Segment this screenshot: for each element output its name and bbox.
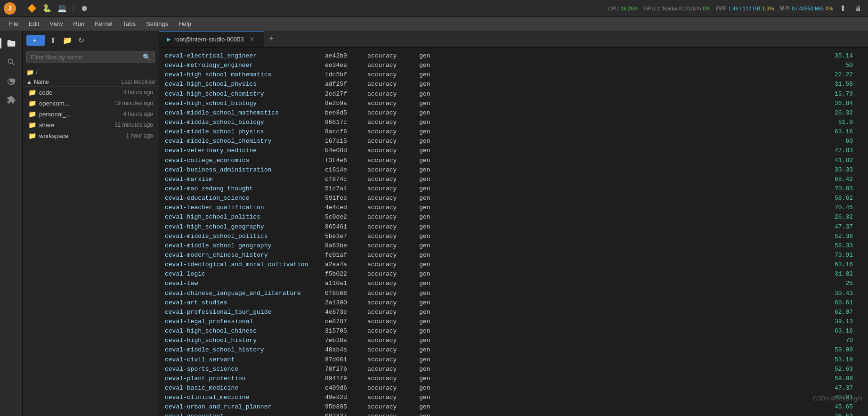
menu-edit[interactable]: Edit [24, 18, 44, 29]
table-row: ceval-middle_school_history48ab4aaccurac… [165, 345, 862, 355]
term-col5: 70 [457, 336, 862, 345]
term-col2: 002837 [325, 412, 367, 416]
separator-1 [21, 4, 21, 13]
term-col4: gen [419, 99, 457, 108]
list-item[interactable]: 📁 code 4 hours ago [24, 87, 157, 98]
term-col2: ae42b9 [325, 51, 367, 61]
file-list: 📁 code 4 hours ago 📁 opencom... 19 minut… [23, 87, 159, 141]
term-col4: gen [419, 374, 457, 383]
list-item[interactable]: 📁 opencom... 19 minutes ago [24, 98, 157, 108]
term-col4: gen [419, 184, 457, 194]
file-list-header: ▲ Name Last Modified [23, 78, 159, 87]
refresh-button[interactable]: ↻ [75, 34, 88, 46]
mem-label: 内存 [716, 5, 726, 12]
new-button[interactable]: + [26, 35, 45, 46]
content-area: ▶ root@intern-studio-00053 ✕ + ceval-ele… [159, 31, 868, 416]
term-col3: accuracy [367, 326, 419, 336]
table-row: ceval-marxismcf874caccuracygen68.42 [165, 175, 862, 184]
term-col3: accuracy [367, 308, 419, 317]
menu-file[interactable]: File [4, 18, 23, 29]
table-row: ceval-high_school_physicsadf25faccuracyg… [165, 80, 862, 89]
term-col2: bee8d5 [325, 108, 367, 118]
term-col1: ceval-teacher_qualification [165, 203, 325, 212]
table-row: ceval-basic_medicinec409d6accuracygen47.… [165, 383, 862, 393]
activity-git[interactable] [3, 73, 20, 90]
sort-arrow: ▲ [26, 79, 32, 85]
root-path: / [36, 69, 38, 76]
python-icon[interactable]: 🐍 [41, 2, 53, 15]
term-col2: fc01af [325, 251, 367, 260]
term-col3: accuracy [367, 137, 419, 146]
table-row: ceval-middle_school_geography8a63beaccur… [165, 241, 862, 251]
menu-kernel[interactable]: Kernel [90, 18, 117, 29]
term-col2: cf874c [325, 175, 367, 184]
term-col5: 63.16 [457, 260, 862, 269]
term-col3: accuracy [367, 118, 419, 127]
list-item[interactable]: 📁 personal_... 4 hours ago [24, 109, 157, 119]
menubar: File Edit View Run Kernel Tabs Settings … [0, 17, 868, 31]
menu-view[interactable]: View [45, 18, 67, 29]
term-col5: 30.43 [457, 289, 862, 298]
table-row: ceval-metrology_engineeree34eaaccuracyge… [165, 61, 862, 70]
code-icon[interactable]: 💻 [56, 2, 68, 15]
term-col1: ceval-chinese_language_and_literature [165, 289, 325, 298]
term-col5: 61.9 [457, 118, 862, 127]
table-row: ceval-high_school_mathematics1dc5bfaccur… [165, 70, 862, 80]
term-col5: 25 [457, 279, 862, 288]
menu-run[interactable]: Run [68, 18, 89, 29]
jupyter-icon[interactable]: 🔶 [26, 2, 38, 15]
menu-help[interactable]: Help [174, 18, 196, 29]
term-col2: 49e82d [325, 393, 367, 402]
term-col4: gen [419, 61, 457, 70]
list-item[interactable]: 📁 workspace 1 hour ago [24, 131, 157, 141]
sidebar: + ⬆ 📁 ↻ 🔍 📁 / ▲ Name Last Modified [23, 31, 159, 416]
term-col1: ceval-accountant [165, 412, 325, 416]
folder-icon: 📁 [26, 69, 34, 76]
menu-tabs[interactable]: Tabs [118, 18, 140, 29]
tab-terminal[interactable]: ▶ root@intern-studio-00053 ✕ [159, 31, 264, 47]
term-col5: 73.91 [457, 251, 862, 260]
term-col5: 50 [457, 61, 862, 70]
tab-close-button[interactable]: ✕ [248, 35, 256, 43]
activity-search[interactable] [3, 54, 20, 71]
new-folder-button[interactable]: 📁 [61, 34, 73, 46]
activity-files[interactable] [3, 35, 20, 52]
circle-icon[interactable]: ⏺ [78, 2, 90, 15]
term-col2: f5b022 [325, 269, 367, 279]
table-row: ceval-high_school_biology8e2b9aaccuracyg… [165, 99, 862, 108]
table-row: ceval-civil_servant87d061accuracygen53.1… [165, 355, 862, 365]
term-col3: accuracy [367, 51, 419, 61]
gpu-stat: GPU-1: Nvidia A100(1/4) 0% [644, 6, 710, 11]
upload-files-button[interactable]: ⬆ [47, 34, 59, 46]
monitor-icon[interactable]: 🖥 [851, 2, 864, 15]
vram-stat: 显存 0 / 40950 MiB 0% [779, 5, 833, 12]
term-col3: accuracy [367, 156, 419, 165]
search-input[interactable] [31, 54, 140, 61]
term-col1: ceval-high_school_mathematics [165, 70, 325, 80]
list-item[interactable]: 📁 share 32 minutes ago [24, 120, 157, 130]
term-col2: 591fee [325, 194, 367, 203]
term-col2: a110a1 [325, 279, 367, 288]
app-logo: J [4, 2, 16, 15]
term-col4: gen [419, 203, 457, 212]
term-col1: ceval-high_school_chemistry [165, 90, 325, 99]
term-col2: ce8787 [325, 317, 367, 326]
menu-settings[interactable]: Settings [141, 18, 173, 29]
term-col4: gen [419, 308, 457, 317]
upload-icon[interactable]: ⬆ [836, 2, 849, 15]
gpu-value: 0% [703, 6, 710, 11]
term-col2: 87d061 [325, 355, 367, 365]
activity-extensions[interactable] [3, 91, 20, 108]
term-col4: gen [419, 194, 457, 203]
term-col1: ceval-middle_school_physics [165, 127, 325, 137]
term-col1: ceval-modern_chinese_history [165, 251, 325, 260]
term-col4: gen [419, 232, 457, 241]
term-col3: accuracy [367, 232, 419, 241]
table-row: ceval-middle_school_biology86817caccurac… [165, 118, 862, 127]
terminal-content[interactable]: ceval-electrical_engineerae42b9accuracyg… [159, 48, 868, 416]
term-col2: 8accf6 [325, 127, 367, 137]
add-tab-button[interactable]: + [264, 31, 279, 47]
term-col3: accuracy [367, 241, 419, 251]
term-col3: accuracy [367, 412, 419, 416]
col-name-header[interactable]: ▲ Name [26, 79, 89, 85]
